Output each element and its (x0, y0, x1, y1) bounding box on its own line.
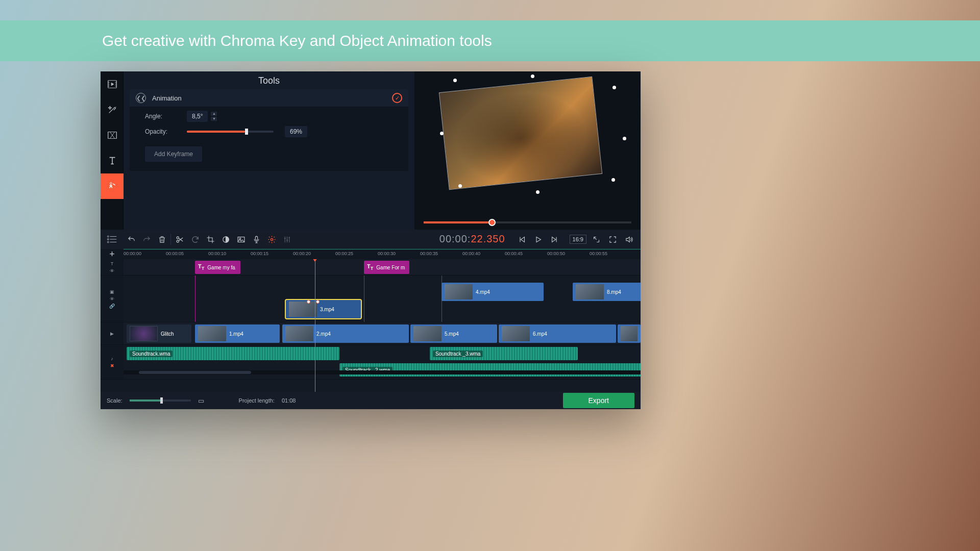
eye-icon[interactable]: 👁 (110, 296, 114, 302)
angle-spinner[interactable]: ▲▼ (211, 111, 217, 121)
detach-icon[interactable] (589, 230, 604, 249)
promo-banner: Get creative with Chroma Key and Object … (0, 20, 980, 61)
rotate-icon[interactable] (187, 230, 203, 249)
ruler-mark: 00:00:40 (462, 251, 480, 256)
transform-handle[interactable] (612, 86, 616, 89)
ruler-mark: 00:00:25 (335, 251, 353, 256)
transitions-tab-icon[interactable] (101, 122, 124, 148)
preview-playhead[interactable] (488, 219, 496, 226)
preview-monitor (414, 71, 641, 230)
transform-handle[interactable] (623, 137, 626, 140)
animation-tab-icon[interactable] (101, 173, 124, 199)
panel-name: Animation (152, 94, 386, 102)
panel-back-icon[interactable]: ❮❮ (136, 93, 146, 103)
volume-icon[interactable] (621, 230, 636, 249)
title-clip[interactable]: TTGame For m (364, 261, 409, 274)
timeline-toolbar: 00:00:22.350 16:9 (101, 230, 641, 249)
aspect-ratio-button[interactable]: 16:9 (570, 235, 586, 244)
zoom-slider[interactable] (130, 399, 191, 402)
undo-icon[interactable] (124, 230, 139, 249)
filters-tab-icon[interactable] (101, 97, 124, 122)
transform-handle[interactable] (440, 132, 444, 135)
video-clip[interactable] (618, 324, 641, 343)
add-track-icon[interactable]: + (101, 249, 124, 259)
svg-point-3 (107, 236, 109, 237)
angle-label: Angle: (145, 113, 181, 120)
overlay-track: ▣👁🔗 3.mp44.mp48.mp4 (101, 276, 641, 322)
link-icon[interactable]: 🔗 (109, 304, 115, 309)
export-button[interactable]: Export (563, 393, 634, 408)
preview-frame-image[interactable] (439, 77, 602, 189)
side-tool-rail (101, 71, 124, 230)
video-clip[interactable]: 1.mp4 (195, 324, 280, 343)
titles-tab-icon[interactable] (101, 148, 124, 173)
ruler-mark: 00:00:00 (124, 251, 141, 256)
audio-clip[interactable]: Soundtrack _3.wma (430, 347, 578, 360)
opacity-slider[interactable] (187, 131, 274, 133)
scale-label: Scale: (107, 397, 122, 404)
media-tab-icon[interactable] (101, 71, 124, 97)
angle-value[interactable]: 8,5° (187, 111, 208, 122)
svg-point-5 (107, 241, 109, 243)
transform-handle[interactable] (531, 74, 534, 78)
ruler-mark: 00:00:45 (505, 251, 523, 256)
fit-zoom-icon[interactable]: ▭ (198, 397, 204, 405)
redo-icon[interactable] (139, 230, 154, 249)
next-frame-icon[interactable] (547, 230, 562, 249)
add-keyframe-button[interactable]: Add Keyframe (145, 146, 202, 162)
effect-clip[interactable]: Glitch (127, 324, 191, 343)
title-clip[interactable]: TTGame my fa (195, 261, 240, 274)
panel-apply-icon[interactable]: ✓ (392, 93, 402, 103)
svg-point-12 (271, 238, 273, 240)
transform-handle[interactable] (458, 184, 462, 188)
overlay-lane[interactable]: 3.mp44.mp48.mp4 (124, 276, 641, 322)
transform-handle[interactable] (453, 79, 457, 82)
overlay-clip[interactable]: 8.mp4 (573, 283, 641, 301)
clip-properties-icon[interactable] (264, 230, 279, 249)
audio-clip[interactable]: Soundtrack _2.wma (339, 363, 641, 377)
overlay-clip[interactable]: 4.mp4 (442, 283, 544, 301)
play-icon[interactable] (531, 230, 546, 249)
mic-icon[interactable] (249, 230, 264, 249)
ruler-mark: 00:00:55 (590, 251, 607, 256)
tools-panel: Tools ❮❮ Animation ✓ Angle: 8,5° ▲▼ Opac… (124, 71, 414, 230)
overlay-clip[interactable]: 3.mp4 (286, 300, 361, 318)
video-clip[interactable]: 6.mp4 (499, 324, 616, 343)
picture-icon[interactable] (233, 230, 249, 249)
ruler-mark: 00:00:05 (166, 251, 184, 256)
preview-scrubber[interactable] (424, 221, 631, 223)
video-track-icon: ▶ (110, 331, 114, 336)
animation-panel: ❮❮ Animation ✓ Angle: 8,5° ▲▼ Opacity: 6… (130, 89, 408, 171)
project-length-label: Project length: (239, 397, 275, 404)
color-adjust-icon[interactable] (218, 230, 233, 249)
tools-panel-title: Tools (124, 71, 414, 89)
opacity-label: Opacity: (145, 128, 181, 135)
video-editor-window: Tools ❮❮ Animation ✓ Angle: 8,5° ▲▼ Opac… (101, 71, 641, 409)
video-clip[interactable]: 2.mp4 (282, 324, 409, 343)
timeline-playhead[interactable] (315, 259, 315, 392)
prev-frame-icon[interactable] (514, 230, 530, 249)
timeline-h-scrollbar[interactable] (124, 370, 641, 374)
crop-icon[interactable] (203, 230, 218, 249)
title-lane[interactable]: TTGame my faTTGame For m (124, 259, 641, 275)
transform-handle[interactable] (611, 178, 615, 182)
transform-handle[interactable] (536, 190, 540, 194)
video-lane[interactable]: Glitch1.mp42.mp45.mp46.mp4 (124, 322, 641, 344)
audio-clip[interactable]: Soundtrack.wma (127, 347, 339, 360)
track-list-icon[interactable] (101, 235, 124, 243)
equalizer-icon[interactable] (279, 230, 295, 249)
mute-icon[interactable]: ✖ (110, 363, 114, 368)
ruler-mark: 00:00:20 (293, 251, 311, 256)
split-icon[interactable] (172, 230, 187, 249)
timeline-ruler[interactable]: + 00:00:0000:00:0500:00:1000:00:1500:00:… (101, 249, 641, 259)
preview-canvas[interactable] (424, 76, 631, 203)
video-track: ▶ Glitch1.mp42.mp45.mp46.mp4 (101, 322, 641, 345)
title-track: T👁 TTGame my faTTGame For m (101, 259, 641, 276)
eye-icon[interactable]: 👁 (110, 268, 114, 273)
svg-rect-11 (255, 236, 257, 240)
title-track-icon: T (111, 261, 114, 266)
video-clip[interactable]: 5.mp4 (410, 324, 497, 343)
overlay-track-icon: ▣ (110, 289, 114, 294)
fullscreen-icon[interactable] (605, 230, 620, 249)
delete-icon[interactable] (154, 230, 169, 249)
